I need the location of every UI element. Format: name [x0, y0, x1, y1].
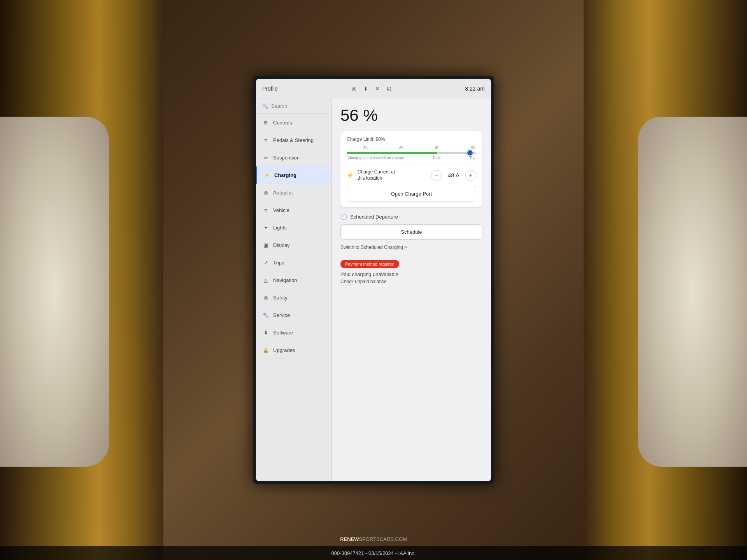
sidebar-item-suspension[interactable]: ✏ Suspension — [256, 149, 331, 166]
sidebar-item-navigation[interactable]: △ Navigation — [256, 271, 331, 289]
amperage-value: 48 A — [446, 172, 461, 178]
slider-thumb[interactable] — [466, 149, 473, 156]
pedals-icon: ≡ — [262, 136, 269, 144]
switch-charging-link[interactable]: Switch to Scheduled Charging > — [340, 245, 407, 250]
display-label: Display — [273, 242, 290, 248]
pedals-label: Pedals & Steering — [273, 137, 314, 143]
autopilot-icon: ◎ — [262, 189, 269, 196]
sidebar-item-charging[interactable]: ⚡ Charging — [256, 166, 331, 184]
suspension-label: Suspension — [273, 155, 300, 161]
sidebar-item-upgrades[interactable]: 🔒 Upgrades — [256, 341, 331, 359]
safety-label: Safety — [273, 295, 288, 301]
sidebar-item-lights[interactable]: ✦ Lights — [256, 219, 331, 236]
sidebar-item-display[interactable]: ▣ Display — [256, 236, 331, 254]
car-interior: Profile ◎ ⬇ ✕ ☊ 8:22 am 🔍 Search — [0, 0, 747, 560]
top-bar: Profile ◎ ⬇ ✕ ☊ 8:22 am — [256, 79, 491, 98]
upgrades-label: Upgrades — [273, 347, 295, 353]
bottom-info-text: 000-38947421 - 03/15/2024 - IAA Inc. — [331, 550, 416, 556]
slider-labels: 30 60 80 90 — [347, 146, 476, 150]
charging-label: Charging — [274, 172, 296, 178]
navigation-icon: △ — [262, 276, 269, 284]
scheduled-departure-header: 🕐 Scheduled Departure — [340, 214, 482, 220]
battery-percent: 56 % — [340, 106, 482, 125]
slider-note-left: Charging to this level will take longer — [347, 156, 404, 159]
main-content: 🔍 Search ⚙ Controls ≡ Pedals & Steering … — [256, 98, 491, 481]
safety-icon: ◎ — [262, 294, 269, 301]
charge-limit-card: Charge Limit: 90% 30 60 80 90 — [340, 131, 482, 207]
watermark: RENEWSPORTSCARS.COM — [340, 536, 407, 542]
screen: Profile ◎ ⬇ ✕ ☊ 8:22 am 🔍 Search — [256, 79, 491, 481]
slider-track[interactable] — [347, 152, 476, 154]
lights-icon: ✦ — [262, 224, 269, 231]
suspension-icon: ✏ — [262, 154, 269, 161]
sidebar-item-software[interactable]: ⬇ Software — [256, 324, 331, 341]
seat-left — [0, 117, 109, 467]
charge-limit-label: Charge Limit: 90% — [347, 136, 476, 142]
service-icon: 🔧 — [262, 312, 269, 318]
signal-icon: ✕ — [374, 85, 381, 92]
sidebar-item-autopilot[interactable]: ◎ Autopilot — [256, 184, 331, 201]
lights-label: Lights — [273, 225, 287, 231]
sidebar: 🔍 Search ⚙ Controls ≡ Pedals & Steering … — [256, 98, 332, 481]
sidebar-item-vehicle[interactable]: ≡ Vehicle — [256, 201, 331, 219]
sidebar-item-safety[interactable]: ◎ Safety — [256, 289, 331, 306]
charging-icon: ⚡ — [263, 172, 270, 178]
bluetooth-icon: ☊ — [386, 85, 393, 92]
check-balance[interactable]: Check unpaid balance — [340, 279, 482, 284]
profile-label[interactable]: Profile — [262, 86, 278, 92]
divider — [347, 164, 476, 164]
amperage-control[interactable]: − 48 A + — [431, 170, 476, 181]
controls-label: Controls — [273, 120, 292, 126]
open-charge-port-button[interactable]: Open Charge Port — [347, 186, 476, 202]
trips-icon: ↗ — [262, 259, 269, 266]
payment-badge: Payment method required — [340, 260, 399, 268]
paid-charging-unavailable: Paid charging unavailable — [340, 271, 482, 277]
schedule-button[interactable]: Schedule — [340, 224, 482, 240]
download-icon: ⬇ — [362, 85, 369, 92]
charge-slider[interactable]: 30 60 80 90 — [347, 146, 476, 159]
scheduled-departure-title: Scheduled Departure — [350, 214, 398, 220]
slider-note-daily: Daily — [433, 156, 441, 159]
software-label: Software — [273, 330, 293, 336]
search-placeholder: Search — [271, 103, 287, 109]
wifi-icon: ◎ — [351, 85, 358, 92]
slider-fill — [347, 152, 437, 154]
navigation-label: Navigation — [273, 277, 297, 283]
clock: 8:22 am — [465, 86, 485, 92]
service-label: Service — [273, 312, 290, 318]
screen-bezel: Profile ◎ ⬇ ✕ ☊ 8:22 am 🔍 Search — [253, 76, 494, 484]
vehicle-label: Vehicle — [273, 207, 289, 213]
search-bar[interactable]: 🔍 Search — [256, 98, 331, 114]
charge-current-icon: ⚡ — [347, 172, 354, 179]
decrease-amperage-button[interactable]: − — [431, 170, 442, 181]
software-icon: ⬇ — [262, 329, 269, 336]
content-panel: 56 % Charge Limit: 90% 30 60 80 — [332, 98, 491, 481]
sidebar-item-trips[interactable]: ↗ Trips — [256, 254, 331, 271]
sidebar-item-controls[interactable]: ⚙ Controls — [256, 114, 331, 131]
seat-right — [638, 117, 747, 467]
controls-icon: ⚙ — [262, 119, 269, 126]
trips-label: Trips — [273, 260, 284, 266]
sidebar-item-pedals-steering[interactable]: ≡ Pedals & Steering — [256, 131, 331, 149]
vehicle-icon: ≡ — [262, 206, 269, 214]
watermark-rest: SPORTSCARS.COM — [359, 536, 407, 542]
increase-amperage-button[interactable]: + — [465, 170, 476, 181]
autopilot-label: Autopilot — [273, 190, 293, 196]
search-icon: 🔍 — [262, 103, 268, 109]
charge-current-label: Charge Current atthis location — [358, 169, 395, 181]
bottom-info-bar: 000-38947421 - 03/15/2024 - IAA Inc. — [0, 546, 747, 560]
status-icons: ◎ ⬇ ✕ ☊ — [351, 85, 393, 92]
clock-icon: 🕐 — [340, 214, 347, 220]
charge-current-info: ⚡ Charge Current atthis location — [347, 169, 395, 181]
watermark-brand: RENEW — [340, 536, 359, 542]
slider-sub-labels: Charging to this level will take longer … — [347, 156, 476, 159]
charge-current-row: ⚡ Charge Current atthis location − 48 A … — [347, 169, 476, 181]
sidebar-item-service[interactable]: 🔧 Service — [256, 306, 331, 324]
upgrades-icon: 🔒 — [262, 346, 269, 354]
display-icon: ▣ — [262, 242, 269, 248]
